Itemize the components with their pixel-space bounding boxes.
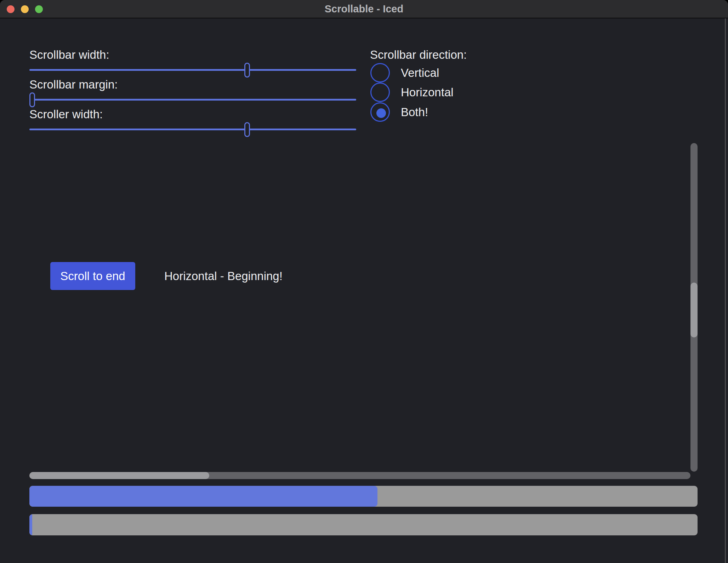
vertical-scrollbar-thumb[interactable]	[690, 283, 698, 337]
window-title: Scrollable - Iced	[0, 0, 728, 18]
slider-handle-track	[29, 92, 351, 108]
scrollbar-margin-slider[interactable]	[29, 92, 356, 108]
horizontal-progress-bar	[29, 486, 698, 507]
slider-handle-track	[29, 62, 351, 78]
radio-circle-icon[interactable]	[370, 83, 390, 102]
radio-circle-icon[interactable]	[370, 102, 390, 122]
vertical-progress-bar	[29, 514, 698, 535]
progress-fill	[29, 486, 377, 507]
scroller-width-slider[interactable]	[29, 122, 356, 137]
slider-handle[interactable]	[29, 92, 35, 107]
horizontal-scrollbar[interactable]	[29, 472, 690, 479]
slider-handle-track	[29, 122, 351, 137]
titlebar: Scrollable - Iced	[0, 0, 728, 18]
radio-vertical-label: Vertical	[401, 63, 439, 83]
app-window: Scrollable - Iced Scrollbar width: Scrol…	[0, 0, 728, 563]
scrollbar-margin-label: Scrollbar margin:	[29, 78, 118, 91]
progress-fill	[29, 514, 32, 535]
scrollbar-direction-label: Scrollbar direction:	[370, 48, 467, 62]
slider-handle[interactable]	[244, 63, 250, 78]
radio-selected-dot-icon	[376, 108, 386, 118]
scroll-status-text: Horizontal - Beginning!	[164, 262, 283, 290]
horizontal-scrollbar-thumb[interactable]	[29, 472, 209, 479]
radio-both-label: Both!	[401, 102, 428, 122]
vertical-scrollbar[interactable]	[690, 143, 698, 472]
scroll-to-end-button[interactable]: Scroll to end	[50, 262, 135, 290]
window-right-border	[725, 18, 726, 563]
scrollbar-width-label: Scrollbar width:	[29, 48, 109, 62]
radio-circle-icon[interactable]	[370, 63, 390, 83]
radio-horizontal-label: Horizontal	[401, 83, 454, 102]
scroller-width-label: Scroller width:	[29, 108, 103, 121]
scrollbar-width-slider[interactable]	[29, 62, 356, 78]
slider-handle[interactable]	[244, 122, 250, 137]
